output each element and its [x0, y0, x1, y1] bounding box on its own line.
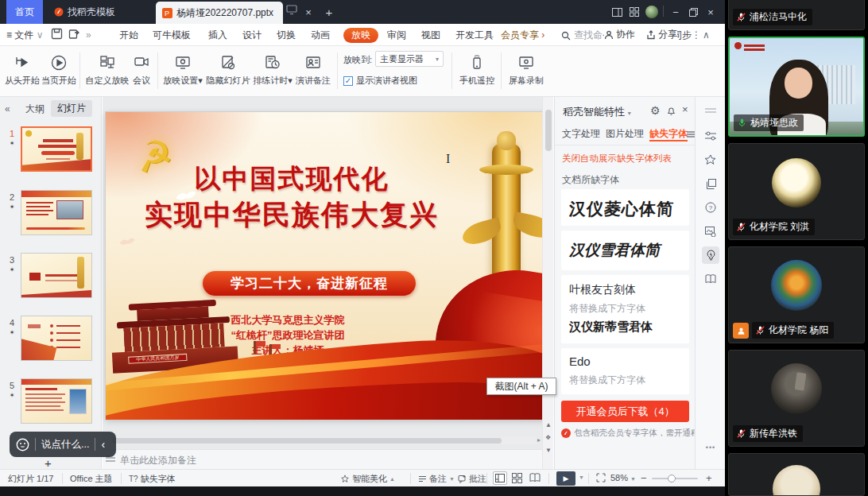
chat-input-placeholder[interactable]: 说点什么...: [41, 438, 89, 451]
participant-tile-3[interactable]: 化材学院 刘淇: [728, 143, 865, 240]
fit-slide-icon[interactable]: [596, 473, 606, 484]
participant-tile-2-active-speaker[interactable]: 杨靖垭思政: [728, 37, 865, 137]
zoom-slider[interactable]: [652, 478, 698, 479]
vertical-scrollbar-thumb[interactable]: [545, 110, 552, 151]
properties-sliders-icon[interactable]: [702, 127, 719, 145]
download-after-membership-button[interactable]: 开通会员后下载（4）: [561, 401, 689, 422]
font-card-4[interactable]: Edo 将替换成下方字体: [561, 348, 689, 394]
slide-thumbnail-2[interactable]: [21, 190, 92, 235]
guide-book-icon[interactable]: [702, 270, 719, 288]
show-settings-button[interactable]: 放映设置▾: [162, 51, 203, 87]
menu-item-devtools[interactable]: 开发工具: [455, 28, 494, 43]
play-slideshow-button[interactable]: ▶: [556, 471, 575, 486]
panel-close-icon[interactable]: ×: [682, 103, 688, 115]
menu-item-animation[interactable]: 动画: [311, 28, 330, 43]
help-icon[interactable]: ?: [702, 199, 719, 216]
custom-show-button[interactable]: 自定义放映: [84, 51, 130, 87]
close-document-tab-icon[interactable]: ×: [300, 4, 316, 20]
collapse-chatbar-icon[interactable]: ‹: [101, 438, 105, 451]
menu-item-design[interactable]: 设计: [242, 28, 262, 43]
menu-item-start[interactable]: 开始: [119, 28, 138, 43]
horizontal-scrollbar-thumb[interactable]: [112, 438, 502, 444]
from-current-button[interactable]: 当页开始: [41, 51, 76, 87]
close-window-button[interactable]: ×: [703, 4, 719, 20]
more-tools-icon[interactable]: •••: [702, 439, 719, 456]
slide-thumbnail-4[interactable]: [21, 316, 92, 361]
image-tools-icon[interactable]: [702, 223, 719, 240]
output-icon[interactable]: [68, 28, 80, 43]
slide-thumbnail-3[interactable]: [21, 253, 92, 298]
layout-grid-icon[interactable]: [626, 4, 642, 20]
reading-view-button[interactable]: [529, 473, 541, 484]
rehearse-timing-button[interactable]: 排练计时▾: [251, 51, 294, 87]
file-menu[interactable]: ≡ 文件 ∨: [6, 28, 43, 43]
close-auto-show-link[interactable]: 关闭自动展示缺失字体列表: [562, 153, 672, 165]
display-target-select[interactable]: 主要显示器▾: [375, 51, 444, 67]
user-avatar[interactable]: [645, 6, 658, 18]
menu-item-keniu-template[interactable]: 可牛模板: [153, 28, 191, 43]
collapse-panel-icon[interactable]: «: [5, 103, 10, 114]
menu-item-insert[interactable]: 插入: [208, 28, 227, 43]
emoji-icon[interactable]: [16, 438, 29, 451]
font-card-2[interactable]: 汉仪雪君体简: [561, 231, 689, 270]
screen-record-button[interactable]: 屏幕录制: [507, 51, 545, 87]
comments-button[interactable]: 批注: [458, 473, 486, 485]
restore-button[interactable]: [685, 4, 701, 20]
new-tab-button[interactable]: +: [321, 4, 337, 20]
menu-item-member[interactable]: 会员专享 ›: [501, 28, 544, 43]
participant-tile-6[interactable]: [728, 453, 865, 496]
participant-tile-5[interactable]: 新传牟洪铁: [728, 350, 865, 447]
slide-sorter-view-button[interactable]: [512, 473, 522, 485]
tab-document[interactable]: P 杨靖垭202220707.pptx: [156, 2, 283, 24]
menu-item-transition[interactable]: 切换: [277, 28, 296, 43]
scroll-right-arrow-icon[interactable]: ▸: [537, 436, 541, 444]
zoom-slider-knob[interactable]: [668, 475, 676, 482]
horizontal-scrollbar[interactable]: ▸: [106, 437, 539, 444]
speaker-notes-button[interactable]: 演讲备注: [294, 51, 332, 87]
panel-title[interactable]: 稻壳智能特性 ▾: [563, 105, 631, 119]
slides-tab-active[interactable]: 幻灯片: [51, 100, 92, 117]
participant-tile-1[interactable]: 浦松洁马中化: [728, 0, 865, 30]
slide-thumbnail-1[interactable]: [21, 126, 92, 172]
slide-banner[interactable]: 学习二十大，奋进新征程: [203, 271, 416, 296]
tab-home[interactable]: 首页: [6, 0, 43, 24]
font-card-3[interactable]: 叶根友古刻体 将替换成下方字体 汉仪新蒂雪君体: [561, 275, 689, 343]
zoom-out-button[interactable]: −: [641, 472, 647, 484]
next-slide-button[interactable]: ▼: [545, 447, 552, 454]
phone-remote-button[interactable]: 手机遥控: [458, 51, 496, 87]
slide-nav-icon[interactable]: ❖: [545, 434, 551, 441]
panel-tab-text[interactable]: 文字处理: [562, 127, 600, 141]
presenter-view-checkbox[interactable]: ✓ 显示演讲者视图: [343, 75, 417, 87]
minimize-button[interactable]: −: [668, 4, 684, 20]
panel-tab-missing-fonts[interactable]: 缺失字体: [649, 127, 688, 141]
slide-title-line2[interactable]: 实现中华民族伟大复兴: [106, 196, 478, 234]
collaborate-button[interactable]: 协作: [604, 28, 635, 41]
vertical-scrollbar[interactable]: ▲ ❖ ▼: [542, 97, 553, 469]
notes-bar[interactable]: 单击此处添加备注: [103, 449, 542, 469]
panel-bell-icon[interactable]: [666, 105, 676, 119]
smart-beautify-icon[interactable]: [702, 151, 719, 169]
layout-single-icon[interactable]: [609, 4, 625, 20]
meeting-button[interactable]: 会议: [129, 51, 154, 87]
zoom-level[interactable]: 58% ▼: [610, 473, 636, 482]
notes-button[interactable]: 备注▼: [418, 473, 455, 485]
previous-slide-button[interactable]: ▲: [545, 421, 552, 428]
slide-title-line1[interactable]: 以中国式现代化: [106, 161, 478, 197]
font-card-1[interactable]: 汉仪菱心体简: [561, 189, 689, 226]
slide-canvas[interactable]: ☭ 以中国式现代化 实现中华民族伟大复兴 学习二十大，奋进新征程 西北大学马克思…: [106, 112, 549, 420]
hide-slide-button[interactable]: 隐藏幻灯片: [205, 51, 251, 87]
zoom-in-button[interactable]: +: [706, 472, 712, 484]
normal-view-button[interactable]: [493, 471, 507, 485]
panel-tab-image[interactable]: 图片处理: [606, 127, 644, 141]
smart-features-icon-active[interactable]: [702, 246, 719, 264]
more-quick-tools-icon[interactable]: »: [86, 28, 91, 43]
missing-fonts-status[interactable]: T? 缺失字体: [129, 473, 176, 485]
share-button[interactable]: 分享: [646, 28, 677, 41]
outline-tab[interactable]: 大纲: [25, 103, 45, 116]
smart-beautify-button[interactable]: 智能美化 ▲: [340, 473, 395, 485]
slide-thumbnail-5[interactable]: [21, 378, 92, 424]
tab-template[interactable]: 找稻壳模板: [46, 0, 123, 24]
from-beginning-button[interactable]: 从头开始: [5, 51, 40, 87]
menu-item-review[interactable]: 审阅: [387, 28, 406, 43]
save-icon[interactable]: [51, 28, 63, 43]
